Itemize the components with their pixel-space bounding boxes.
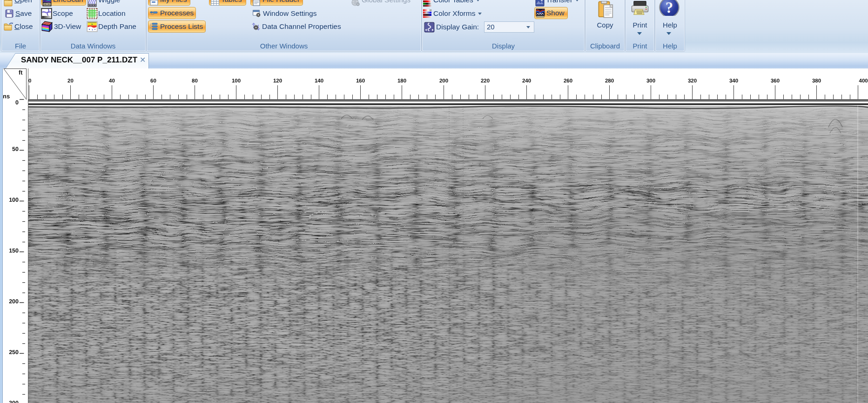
svg-text:300: 300 [646, 78, 655, 84]
svg-text:250: 250 [9, 349, 19, 355]
svg-text:200: 200 [9, 298, 19, 305]
svg-text:380: 380 [812, 78, 821, 84]
svg-text:320: 320 [688, 78, 697, 84]
svg-text:120: 120 [273, 78, 282, 84]
svg-text:20: 20 [67, 78, 74, 84]
svg-text:ft: ft [19, 69, 23, 76]
svg-text:300: 300 [9, 400, 19, 403]
svg-text:100: 100 [9, 197, 19, 203]
svg-text:240: 240 [522, 78, 531, 84]
svg-text:160: 160 [356, 78, 365, 84]
svg-text:360: 360 [771, 78, 780, 84]
svg-text:180: 180 [397, 78, 406, 84]
svg-text:150: 150 [9, 247, 19, 254]
svg-text:50: 50 [12, 146, 19, 152]
svg-text:280: 280 [605, 78, 614, 84]
svg-text:0: 0 [28, 78, 31, 84]
svg-text:260: 260 [564, 78, 572, 84]
svg-text:80: 80 [192, 78, 198, 84]
svg-text:200: 200 [439, 78, 448, 84]
svg-text:140: 140 [315, 78, 323, 84]
svg-text:0: 0 [15, 99, 19, 106]
svg-text:100: 100 [232, 78, 241, 84]
svg-text:40: 40 [109, 78, 115, 84]
svg-text:220: 220 [481, 78, 490, 84]
svg-text:400: 400 [859, 78, 868, 84]
svg-text:60: 60 [150, 78, 156, 84]
svg-text:ns: ns [3, 93, 10, 100]
svg-text:340: 340 [729, 78, 738, 84]
